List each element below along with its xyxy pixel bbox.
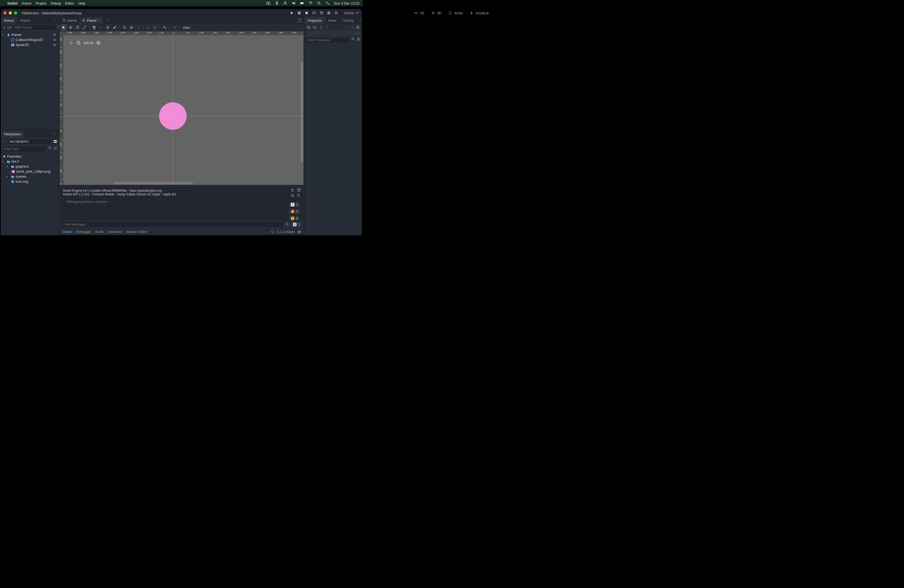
search-icon[interactable]: [286, 223, 289, 226]
tree-root-node[interactable]: ▾ Planet: [1, 32, 58, 37]
search-output-icon[interactable]: [297, 194, 300, 197]
grid-snap-icon[interactable]: [128, 24, 134, 31]
load-resource-icon[interactable]: [313, 25, 317, 29]
bluetooth-icon[interactable]: [275, 1, 279, 5]
filter-messages-input[interactable]: [61, 221, 284, 228]
tree-child-collision[interactable]: CollisionShape2D: [1, 37, 58, 42]
scale-tool-icon[interactable]: [81, 24, 87, 31]
scene-tab-planet[interactable]: Planet ×: [79, 17, 103, 24]
visibility-toggle-icon[interactable]: [53, 43, 57, 47]
pan-tool-icon[interactable]: [105, 24, 111, 31]
lock-icon[interactable]: [145, 24, 151, 31]
tab-history[interactable]: History: [340, 17, 357, 24]
history-menu-icon[interactable]: [356, 25, 360, 29]
link-node-icon[interactable]: [7, 25, 11, 30]
warning-count-button[interactable]: !0: [289, 216, 300, 220]
new-resource-icon[interactable]: [307, 25, 310, 29]
center-view-icon[interactable]: [69, 40, 73, 45]
tab-animation[interactable]: Animation: [107, 230, 123, 234]
play-button[interactable]: [290, 11, 294, 15]
user-icon[interactable]: [283, 1, 287, 5]
fs-root[interactable]: ▾ res://: [1, 159, 58, 164]
override-camera-icon[interactable]: [171, 24, 178, 31]
zoom-in-icon[interactable]: [96, 40, 101, 45]
scene-dock-menu-icon[interactable]: ⋮: [51, 17, 58, 24]
menu-debug[interactable]: Debug: [51, 1, 61, 5]
volume-icon[interactable]: [292, 1, 296, 5]
viewport-scrollbar-v[interactable]: [301, 62, 303, 162]
fs-forward-icon[interactable]: ›: [5, 140, 6, 144]
filter-nodes-input[interactable]: [13, 25, 56, 30]
save-resource-icon[interactable]: [319, 25, 323, 29]
pivot-tool-icon[interactable]: [98, 24, 104, 31]
control-center-icon[interactable]: [326, 1, 330, 5]
view-menu[interactable]: View: [181, 26, 192, 30]
wrap-output-icon[interactable]: [291, 194, 294, 197]
play-remote-button[interactable]: [312, 11, 316, 15]
tab-scene[interactable]: Scene: [1, 17, 17, 24]
layout-toggle-icon[interactable]: [297, 230, 301, 234]
play-scene-button[interactable]: [319, 11, 323, 15]
ruler-tool-icon[interactable]: [112, 24, 118, 31]
search-icon[interactable]: [48, 146, 52, 152]
fs-sort-icon[interactable]: [54, 146, 57, 152]
add-node-icon[interactable]: ＋: [2, 25, 6, 30]
play-custom-button[interactable]: [327, 11, 331, 15]
output-console[interactable]: Godot Engine v4.1.3.stable.official.f06b…: [60, 187, 303, 220]
spotlight-icon[interactable]: [317, 1, 321, 5]
fs-split-icon[interactable]: [54, 140, 57, 143]
origin-gizmo[interactable]: [172, 115, 174, 117]
manage-props-icon[interactable]: [357, 37, 360, 43]
inspector-dock-menu-icon[interactable]: ⋮: [357, 17, 362, 24]
tab-inspector[interactable]: Inspector: [305, 17, 325, 24]
fs-file-circle[interactable]: circle_pink_128px.png: [1, 169, 58, 174]
app-menu[interactable]: Godot: [7, 1, 17, 5]
stage-manager-icon[interactable]: [266, 1, 270, 5]
tab-import[interactable]: Import: [17, 17, 33, 24]
movie-maker-button[interactable]: [334, 11, 338, 15]
history-back-icon[interactable]: ‹: [348, 25, 349, 29]
viewport-scrollbar-h[interactable]: [114, 182, 193, 184]
traffic-lights[interactable]: [3, 11, 17, 14]
fs-favorites[interactable]: ★ Favorites:: [1, 154, 58, 159]
error-count-button[interactable]: !3: [289, 202, 300, 207]
inspector-extra-icon[interactable]: ⋮: [326, 25, 329, 29]
visibility-toggle-icon[interactable]: [53, 33, 57, 37]
history-fwd-icon[interactable]: ›: [352, 25, 353, 29]
copy-output-icon[interactable]: [297, 188, 300, 192]
tab-node[interactable]: Node: [325, 17, 340, 24]
group-icon[interactable]: [152, 24, 158, 31]
critical-count-button[interactable]: ✕0: [289, 209, 300, 214]
fs-back-icon[interactable]: ‹: [2, 140, 3, 144]
tree-child-sprite[interactable]: Sprite2D: [1, 42, 58, 47]
close-tab-icon[interactable]: ×: [98, 18, 100, 22]
zoom-level[interactable]: 100 %: [84, 41, 93, 45]
rotate-tool-icon[interactable]: [74, 24, 81, 31]
tab-shader-editor[interactable]: Shader Editor: [126, 230, 147, 234]
filter-properties-input[interactable]: [306, 37, 350, 43]
skeleton-options-icon[interactable]: [161, 24, 168, 31]
scene-tab-game[interactable]: Game: [60, 17, 79, 24]
list-select-icon[interactable]: [91, 24, 97, 31]
filesystem-dock-menu-icon[interactable]: ⋮: [51, 131, 58, 138]
renderer-dropdown[interactable]: Mobile: [345, 11, 359, 15]
fs-filter-input[interactable]: [2, 146, 46, 152]
tab-output[interactable]: Output: [62, 230, 73, 234]
object-menu-icon[interactable]: ⋯: [356, 32, 359, 35]
select-tool-icon[interactable]: [60, 24, 67, 31]
distraction-free-icon[interactable]: [295, 17, 304, 24]
wifi-icon[interactable]: [308, 1, 313, 5]
snap-options-icon[interactable]: ⋮: [135, 24, 141, 31]
stop-button[interactable]: [305, 11, 308, 15]
clock[interactable]: Sun 3 Dec 13:22: [334, 1, 359, 5]
new-scene-tab-button[interactable]: ＋: [103, 17, 112, 24]
inspector-object-field[interactable]: ⋯: [305, 30, 361, 36]
clear-output-icon[interactable]: [291, 188, 294, 192]
fs-file-icon-svg[interactable]: icon.svg: [1, 179, 58, 184]
menu-scene[interactable]: Scene: [22, 1, 32, 5]
visibility-toggle-icon[interactable]: [53, 38, 57, 42]
fs-folder-scenes[interactable]: ▸ scenes: [1, 174, 58, 179]
info-count-button[interactable]: i1: [291, 222, 302, 227]
pause-button[interactable]: [297, 11, 301, 15]
tab-filesystem[interactable]: FileSystem: [1, 131, 24, 138]
